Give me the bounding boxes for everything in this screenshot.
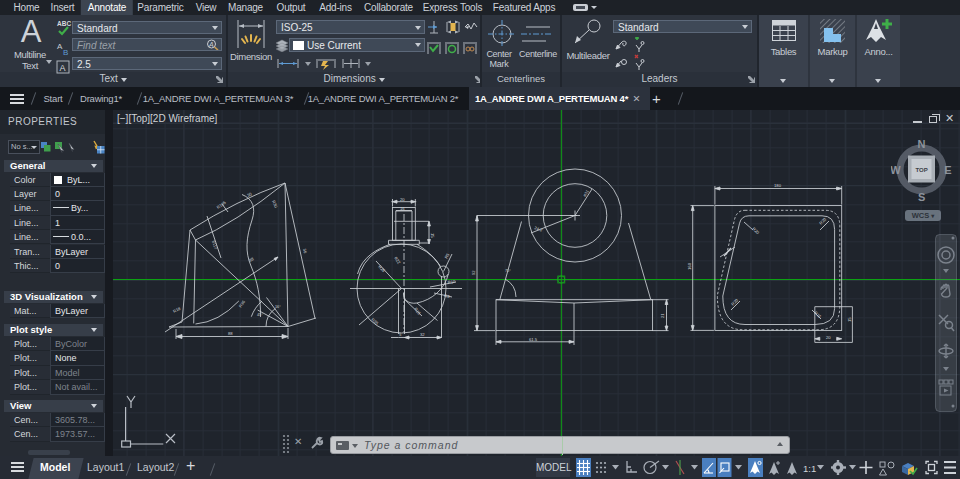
svg-text:56: 56: [302, 248, 308, 254]
svg-text:15: 15: [847, 317, 852, 322]
svg-text:R26: R26: [377, 264, 386, 273]
svg-text:20: 20: [826, 335, 831, 340]
svg-text:30: 30: [246, 191, 253, 198]
svg-text:16°: 16°: [275, 305, 281, 309]
svg-text:R18: R18: [172, 306, 182, 314]
svg-text:88: 88: [228, 331, 233, 336]
svg-text:N: N: [918, 138, 926, 150]
svg-text:R36: R36: [238, 299, 247, 309]
svg-text:61.5: 61.5: [529, 337, 538, 342]
svg-text:E: E: [944, 164, 951, 176]
svg-text:32: 32: [420, 332, 425, 337]
svg-text:TOP: TOP: [915, 167, 927, 173]
svg-text:ABC: ABC: [57, 20, 71, 27]
svg-text:A: A: [60, 63, 66, 73]
svg-text:180: 180: [774, 183, 782, 188]
svg-text:ø31: ø31: [582, 188, 591, 197]
svg-text:160: 160: [687, 262, 692, 270]
svg-text:20: 20: [400, 197, 405, 202]
svg-text:92: 92: [471, 270, 476, 275]
svg-text:A: A: [208, 41, 214, 48]
svg-text:S: S: [918, 191, 925, 202]
svg-text:15: 15: [430, 233, 435, 238]
svg-text:R30: R30: [271, 200, 279, 210]
svg-text:R20: R20: [751, 226, 760, 235]
svg-text:W: W: [891, 164, 901, 176]
svg-text:R35: R35: [370, 317, 380, 326]
svg-text:B: B: [63, 48, 68, 57]
svg-text:21: 21: [660, 313, 665, 318]
svg-text:R22: R22: [393, 256, 402, 266]
svg-text:1:1: 1:1: [803, 463, 816, 474]
svg-text:16: 16: [400, 206, 405, 211]
svg-text:R20: R20: [730, 297, 739, 306]
svg-text:98: 98: [248, 256, 255, 263]
svg-text:75°: 75°: [505, 269, 511, 273]
svg-text:45°: 45°: [257, 313, 263, 317]
